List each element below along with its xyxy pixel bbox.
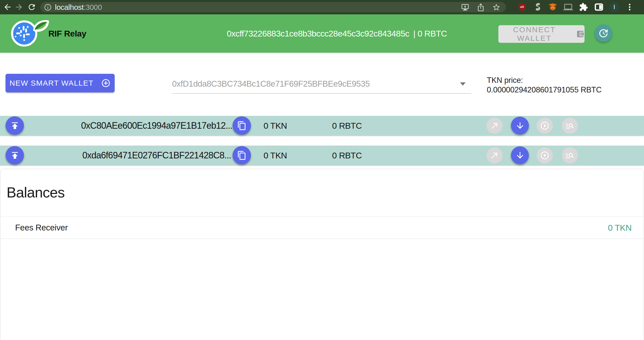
balances-title: Balances — [7, 184, 65, 201]
inspect-transactions-button[interactable] — [562, 147, 578, 163]
wallet-rbtc-balance: 0 RBTC — [323, 116, 371, 135]
address-bar[interactable]: localhost:3000 — [40, 2, 506, 12]
arrow-up-right-icon — [490, 151, 499, 160]
publish-icon — [10, 121, 20, 131]
inspect-transactions-button[interactable] — [562, 118, 578, 134]
page-info-icon[interactable] — [44, 3, 52, 11]
balance-row-value: 0 TKN — [608, 223, 632, 233]
avatar-initial: I — [609, 2, 619, 12]
share-icon[interactable] — [476, 3, 485, 12]
arrow-down-icon — [515, 151, 525, 160]
browser-toolbar: localhost:3000 uO — [0, 0, 644, 14]
back-button[interactable] — [2, 2, 13, 13]
smart-wallet-address: 0xda6f69471E0276FC1BF221428C8... — [90, 146, 223, 165]
wallet-tkn-balance: 0 TKN — [252, 116, 299, 135]
app-header: RIF Relay 0xcff73226883c1ce8b3bccc28e45c… — [0, 14, 644, 53]
receive-button[interactable] — [511, 146, 529, 164]
connect-wallet-label: CONNECT WALLET — [498, 25, 570, 43]
smart-wallet-row: 0xda6f69471E0276FC1BF221428C8... 0 TKN 0… — [0, 146, 644, 165]
forward-button[interactable] — [13, 2, 24, 13]
reload-button[interactable] — [26, 2, 37, 13]
metamask-fox-icon[interactable] — [548, 2, 558, 12]
copy-icon — [237, 151, 247, 160]
deploy-wallet-button[interactable] — [6, 116, 24, 135]
url-host: localhost — [55, 3, 84, 12]
url-port: :3000 — [84, 3, 102, 12]
svg-text:uO: uO — [520, 5, 524, 8]
play-circle-icon — [540, 121, 550, 130]
refresh-button[interactable] — [595, 24, 612, 42]
laptop-extension-icon[interactable] — [563, 2, 573, 12]
manage-search-icon — [565, 121, 575, 130]
leaf-icon — [32, 19, 50, 34]
app-title: RIF Relay — [48, 14, 86, 53]
transfer-out-button[interactable] — [487, 118, 503, 134]
deploy-wallet-button[interactable] — [6, 146, 24, 164]
wallet-icon — [576, 29, 585, 39]
copy-address-button[interactable] — [233, 146, 251, 164]
tkn-price: TKN price: 0.00000294208601791055 RBTC — [487, 76, 602, 95]
update-icon — [598, 28, 609, 39]
tkn-price-label: TKN price: — [487, 76, 602, 85]
balances-card: Balances Fees Receiver 0 TKN — [1, 169, 643, 340]
balance-row: Fees Receiver 0 TKN — [1, 217, 643, 239]
bookmark-star-icon[interactable] — [492, 3, 501, 12]
account-info: 0xcff73226883c1ce8b3bccc28e45c3c92c84348… — [227, 14, 447, 53]
extensions-strip: uO I — [517, 2, 635, 13]
extensions-puzzle-icon[interactable] — [578, 2, 589, 12]
surfshark-extension-icon[interactable] — [532, 2, 542, 12]
wallet-rbtc-balance: 0 RBTC — [323, 146, 371, 165]
wallet-tkn-balance: 0 TKN — [252, 146, 299, 165]
execute-button[interactable] — [537, 118, 553, 134]
play-circle-icon — [540, 151, 550, 160]
side-panel-icon[interactable] — [594, 2, 604, 12]
smart-wallet-row: 0xC80AEe600Ec1994a97E1B17eb12... 0 TKN 0… — [0, 116, 644, 135]
copy-address-button[interactable] — [233, 116, 251, 135]
menu-dots-icon[interactable] — [625, 2, 635, 12]
new-smart-wallet-label: NEW SMART WALLET — [10, 79, 94, 87]
account-address: 0xcff73226883c1ce8b3bccc28e45c3c92c84348… — [227, 29, 409, 39]
profile-avatar[interactable]: I — [609, 2, 619, 12]
rif-relay-logo — [11, 20, 49, 48]
new-smart-wallet-button[interactable]: NEW SMART WALLET — [6, 74, 115, 92]
chevron-down-icon — [460, 82, 466, 86]
publish-icon — [10, 150, 20, 160]
arrow-down-icon — [515, 121, 525, 130]
copy-icon — [237, 121, 247, 130]
ublock-extension-icon[interactable]: uO — [517, 2, 527, 12]
balance-row-label: Fees Receiver — [15, 223, 68, 232]
execute-button[interactable] — [537, 147, 553, 163]
tkn-price-value: 0.00000294208601791055 RBTC — [487, 85, 602, 95]
install-app-icon[interactable] — [461, 3, 470, 12]
arrow-up-right-icon — [490, 121, 499, 130]
transfer-out-button[interactable] — [487, 147, 503, 163]
wallet-select[interactable]: 0xfD1dda8C3BC734Bc1C8e71F69F25BFBEe9cE95… — [172, 75, 471, 94]
smart-wallet-address: 0xC80AEe600Ec1994a97E1B17eb12... — [90, 116, 223, 135]
receive-button[interactable] — [511, 117, 529, 134]
connect-wallet-button[interactable]: CONNECT WALLET — [498, 25, 585, 43]
manage-search-icon — [565, 151, 575, 160]
selected-wallet-address: 0xfD1dda8C3BC734Bc1C8e71F69F25BFBEe9cE95… — [172, 79, 460, 89]
account-balance: | 0 RBTC — [413, 29, 447, 39]
add-circle-icon — [101, 78, 111, 88]
